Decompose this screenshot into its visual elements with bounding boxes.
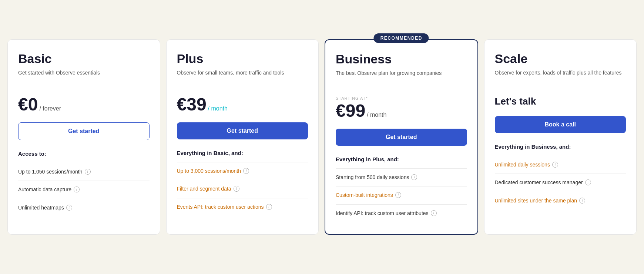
feature-text-plus-0: Up to 3,000 sessions/month	[177, 168, 241, 175]
info-icon-basic-2: i	[66, 205, 72, 211]
price-row-basic: €0 / forever	[18, 96, 150, 113]
plan-card-plus: PlusObserve for small teams, more traffi…	[166, 39, 319, 235]
pricing-cards: BasicGet started with Observe essentials…	[7, 39, 637, 235]
feature-text-scale-2: Unlimited sites under the same plan	[495, 197, 577, 205]
info-icon-business-1: i	[395, 192, 401, 198]
feature-item-plus-2: Events API: track custom user actions i	[177, 198, 308, 216]
price-row-business: €99 / month	[336, 102, 467, 120]
feature-text-scale-1: Dedicated customer success manager	[495, 179, 583, 186]
plan-description-business: The best Observe plan for growing compan…	[336, 69, 467, 87]
feature-item-scale-1: Dedicated customer success manager i	[495, 174, 626, 192]
price-period-business: / month	[367, 112, 386, 118]
feature-text-basic-0: Up to 1,050 sessions/month	[18, 168, 83, 176]
feature-item-scale-0: Unlimited daily sessions i	[495, 156, 626, 174]
features-heading-plus: Everything in Basic, and:	[177, 150, 308, 156]
feature-text-business-2: Identify API: track custom user attribut…	[336, 210, 429, 217]
info-icon-business-2: i	[431, 210, 437, 216]
price-period-basic: / forever	[39, 105, 61, 112]
info-icon-scale-1: i	[585, 179, 591, 185]
lets-talk-scale: Let's talk	[495, 96, 626, 107]
features-heading-scale: Everything in Business, and:	[495, 143, 626, 150]
price-period-plus: / month	[208, 105, 228, 112]
features-list-basic: Up to 1,050 sessions/month i Automatic d…	[18, 163, 150, 217]
features-heading-business: Everything in Plus, and:	[336, 156, 467, 162]
feature-text-plus-2: Events API: track custom user actions	[177, 204, 264, 211]
plan-card-basic: BasicGet started with Observe essentials…	[7, 39, 160, 235]
cta-button-business[interactable]: Get started	[336, 129, 467, 146]
feature-text-plus-1: Filter and segment data	[177, 185, 231, 193]
info-icon-business-0: i	[411, 174, 417, 180]
feature-text-basic-2: Unlimited heatmaps	[18, 204, 64, 212]
plan-name-plus: Plus	[177, 52, 308, 66]
plan-name-scale: Scale	[495, 52, 626, 66]
recommended-badge: RECOMMENDED	[374, 33, 429, 43]
info-icon-scale-0: i	[552, 162, 558, 168]
cta-button-basic[interactable]: Get started	[18, 122, 150, 140]
feature-item-business-1: Custom-built integrations i	[336, 186, 467, 204]
plan-description-scale: Observe for experts, loads of traffic pl…	[495, 69, 626, 87]
plan-name-basic: Basic	[18, 52, 150, 66]
feature-item-business-0: Starting from 500 daily sessions i	[336, 168, 467, 186]
info-icon-plus-2: i	[266, 204, 272, 210]
cta-button-scale[interactable]: Book a call	[495, 116, 626, 133]
feature-item-basic-2: Unlimited heatmaps i	[18, 199, 150, 217]
plan-card-scale: ScaleObserve for experts, loads of traff…	[484, 39, 637, 235]
starting-at-business: STARTING AT*	[336, 96, 467, 100]
price-amount-plus: €39	[177, 96, 207, 113]
feature-item-business-2: Identify API: track custom user attribut…	[336, 204, 467, 222]
features-list-plus: Up to 3,000 sessions/month i Filter and …	[177, 162, 308, 216]
feature-text-scale-0: Unlimited daily sessions	[495, 161, 550, 169]
price-row-plus: €39 / month	[177, 96, 308, 113]
price-amount-business: €99	[336, 102, 365, 120]
plan-description-basic: Get started with Observe essentials	[18, 69, 150, 87]
info-icon-basic-0: i	[85, 169, 91, 175]
features-heading-basic: Access to:	[18, 151, 150, 157]
features-list-scale: Unlimited daily sessions i Dedicated cus…	[495, 156, 626, 210]
info-icon-scale-2: i	[579, 198, 585, 204]
features-list-business: Starting from 500 daily sessions i Custo…	[336, 168, 467, 222]
feature-item-plus-0: Up to 3,000 sessions/month i	[177, 162, 308, 180]
price-amount-basic: €0	[18, 96, 38, 113]
feature-item-basic-0: Up to 1,050 sessions/month i	[18, 163, 150, 181]
feature-text-business-1: Custom-built integrations	[336, 192, 393, 199]
feature-text-business-0: Starting from 500 daily sessions	[336, 174, 409, 181]
feature-item-plus-1: Filter and segment data i	[177, 180, 308, 198]
cta-button-plus[interactable]: Get started	[177, 122, 308, 139]
feature-text-basic-1: Automatic data capture	[18, 186, 71, 194]
plan-description-plus: Observe for small teams, more traffic an…	[177, 69, 308, 87]
info-icon-plus-1: i	[234, 186, 239, 192]
info-icon-plus-0: i	[243, 168, 249, 174]
plan-card-business: RECOMMENDEDBusinessThe best Observe plan…	[325, 39, 478, 235]
feature-item-scale-2: Unlimited sites under the same plan i	[495, 192, 626, 210]
feature-item-basic-1: Automatic data capture i	[18, 181, 150, 199]
plan-name-business: Business	[336, 52, 467, 66]
info-icon-basic-1: i	[74, 186, 80, 192]
